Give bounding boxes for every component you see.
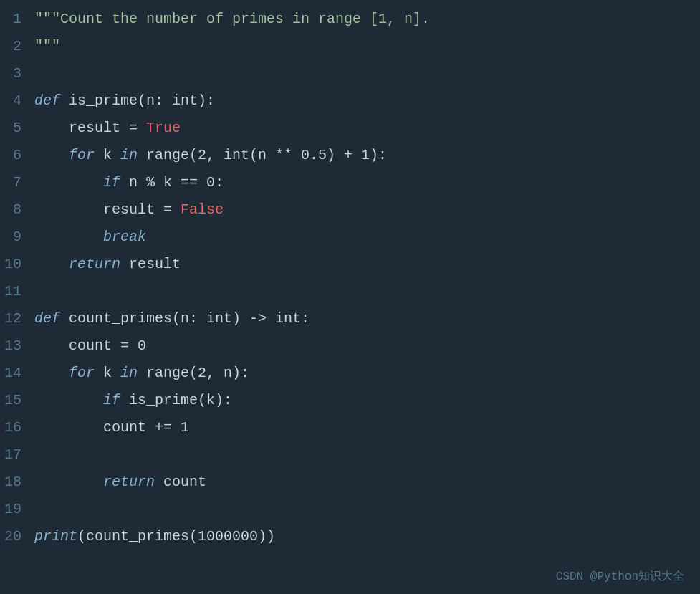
line-code: for k in range(2, n): (34, 360, 700, 387)
code-line: 15 if is_prime(k): (0, 387, 700, 414)
line-number: 4 (0, 87, 34, 115)
line-code: break (34, 224, 700, 251)
code-line: 19 (0, 496, 700, 523)
line-code: count = 0 (34, 332, 700, 360)
code-line: 12def count_primes(n: int) -> int: (0, 305, 700, 332)
line-number: 14 (0, 360, 34, 387)
line-code: count += 1 (34, 414, 700, 441)
line-number: 2 (0, 33, 34, 60)
line-number: 15 (0, 387, 34, 414)
code-line: 17 (0, 441, 700, 469)
line-code: def is_prime(n: int): (34, 87, 700, 115)
code-line: 5 result = True (0, 115, 700, 142)
line-number: 17 (0, 441, 34, 469)
code-line: 13 count = 0 (0, 332, 700, 360)
line-code: result = False (34, 196, 700, 224)
code-line: 4def is_prime(n: int): (0, 87, 700, 115)
code-line: 1"""Count the number of primes in range … (0, 6, 700, 33)
code-line: 18 return count (0, 469, 700, 496)
line-code: """ (34, 33, 700, 60)
code-line: 11 (0, 278, 700, 305)
code-line: 2""" (0, 33, 700, 60)
line-number: 3 (0, 60, 34, 87)
line-code: def count_primes(n: int) -> int: (34, 305, 700, 332)
line-number: 9 (0, 224, 34, 251)
line-code: if is_prime(k): (34, 387, 700, 414)
line-number: 11 (0, 278, 34, 305)
line-code: return count (34, 469, 700, 496)
code-line: 16 count += 1 (0, 414, 700, 441)
code-line: 7 if n % k == 0: (0, 169, 700, 196)
line-number: 13 (0, 332, 34, 360)
code-line: 8 result = False (0, 196, 700, 224)
code-line: 14 for k in range(2, n): (0, 360, 700, 387)
code-line: 20print(count_primes(1000000)) (0, 523, 700, 550)
line-number: 6 (0, 142, 34, 169)
code-line: 3 (0, 60, 700, 87)
line-number: 12 (0, 305, 34, 332)
line-code: """Count the number of primes in range [… (34, 6, 700, 33)
line-number: 20 (0, 523, 34, 550)
code-line: 10 return result (0, 251, 700, 278)
line-code: return result (34, 251, 700, 278)
line-number: 19 (0, 496, 34, 523)
code-line: 9 break (0, 224, 700, 251)
line-number: 5 (0, 115, 34, 142)
line-code: print(count_primes(1000000)) (34, 523, 700, 550)
line-number: 1 (0, 6, 34, 33)
line-code: for k in range(2, int(n ** 0.5) + 1): (34, 142, 700, 169)
line-code: if n % k == 0: (34, 169, 700, 196)
line-number: 10 (0, 251, 34, 278)
line-number: 8 (0, 196, 34, 224)
line-number: 16 (0, 414, 34, 441)
watermark: CSDN @Python知识大全 (556, 569, 684, 584)
code-block: 1"""Count the number of primes in range … (0, 6, 700, 550)
code-editor: 1"""Count the number of primes in range … (0, 0, 700, 594)
line-number: 7 (0, 169, 34, 196)
line-code: result = True (34, 115, 700, 142)
code-line: 6 for k in range(2, int(n ** 0.5) + 1): (0, 142, 700, 169)
line-number: 18 (0, 469, 34, 496)
